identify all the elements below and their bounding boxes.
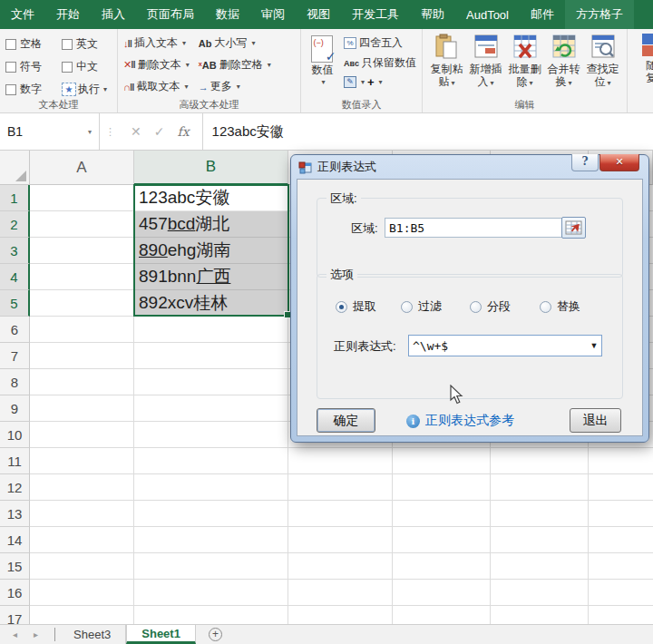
- excel-window: 文件 开始 插入 页面布局 数据 审阅 视图 开发工具 帮助 AudTool 邮…: [0, 0, 653, 644]
- case-icon: Ab: [199, 38, 212, 49]
- sheet-tab-sheet3[interactable]: Sheet3: [59, 625, 126, 644]
- exit-button[interactable]: 退出: [570, 408, 621, 433]
- cell-b4[interactable]: 891bnn广西: [134, 264, 288, 290]
- find-locate-icon: [590, 34, 616, 61]
- row-header[interactable]: 11: [0, 448, 30, 474]
- row-header[interactable]: 10: [0, 422, 30, 448]
- execute-button[interactable]: ★ 执行 ▾: [62, 82, 114, 97]
- radio-filter[interactable]: 过滤: [401, 298, 442, 315]
- cancel-entry-icon[interactable]: ✕: [131, 124, 141, 139]
- next-sheet-icon[interactable]: ▸: [34, 629, 38, 639]
- row-header[interactable]: 17: [0, 606, 30, 624]
- tab-data[interactable]: 数据: [205, 0, 250, 29]
- checkbox-space[interactable]: 空格: [5, 36, 62, 52]
- chevron-down-icon: ▾: [268, 61, 271, 69]
- keep-numbers-button[interactable]: Aʙᴄ 只保留数值: [344, 55, 416, 71]
- regex-reference-link[interactable]: 正则表达式参考: [425, 413, 514, 429]
- insert-new-button[interactable]: 新增插 入▾: [467, 34, 504, 90]
- chevron-down-icon: ▾: [379, 78, 383, 86]
- dialog-help-button[interactable]: ?: [571, 154, 599, 171]
- range-picker-button[interactable]: [561, 217, 586, 239]
- extract-text-button[interactable]: ∩‖ 截取文本 ▾: [123, 79, 190, 94]
- tab-page-layout[interactable]: 页面布局: [136, 0, 205, 29]
- tab-view[interactable]: 视图: [296, 0, 341, 29]
- delete-spaces-button[interactable]: ˣAB 删除空格 ▾: [199, 57, 271, 73]
- row-header[interactable]: 1: [0, 185, 30, 211]
- row-header[interactable]: 14: [0, 527, 30, 553]
- regex-combobox[interactable]: ▼: [408, 335, 602, 356]
- formula-input[interactable]: 123abc安徽: [203, 123, 284, 141]
- checkbox-digit[interactable]: 数字: [5, 82, 62, 97]
- radio-extract[interactable]: 提取: [336, 298, 376, 315]
- row-header[interactable]: 3: [0, 238, 30, 264]
- tab-developer[interactable]: 开发工具: [341, 0, 410, 29]
- copy-paste-button[interactable]: 复制粘 贴▾: [428, 34, 465, 90]
- random-repeat-button[interactable]: 随 复: [633, 34, 653, 84]
- cell-b3[interactable]: 890ehg湖南: [134, 238, 288, 264]
- chevron-down-icon: ▾: [182, 39, 186, 47]
- row-header[interactable]: 13: [0, 501, 30, 527]
- add-sheet-button[interactable]: +: [196, 625, 235, 644]
- row-header[interactable]: 2: [0, 211, 30, 238]
- radio-segment[interactable]: 分段: [470, 298, 511, 315]
- plus-icon[interactable]: +: [367, 75, 375, 89]
- tab-home[interactable]: 开始: [45, 0, 91, 29]
- batch-delete-icon: [512, 34, 538, 61]
- numeric-value-button[interactable]: (−)✓ 数值 ▾: [307, 34, 338, 89]
- tab-insert[interactable]: 插入: [91, 0, 136, 29]
- row-header[interactable]: 4: [0, 264, 30, 290]
- row-header[interactable]: 5: [0, 290, 30, 317]
- tab-ffcell[interactable]: 方方格子: [565, 0, 634, 29]
- row-header[interactable]: 6: [0, 317, 30, 343]
- column-header-a[interactable]: A: [30, 151, 134, 185]
- select-all-corner[interactable]: [0, 151, 30, 185]
- insert-function-button[interactable]: fx: [177, 124, 189, 139]
- row-header[interactable]: 16: [0, 580, 30, 606]
- formula-bar-handle[interactable]: ⋮: [100, 126, 122, 138]
- tab-help[interactable]: 帮助: [410, 0, 455, 29]
- row-header[interactable]: 9: [0, 395, 30, 422]
- change-case-button[interactable]: Ab 大小写 ▾: [199, 35, 271, 51]
- round-button[interactable]: % 四舍五入: [344, 35, 416, 51]
- ok-button[interactable]: 确定: [317, 408, 375, 433]
- find-locate-button[interactable]: 查找定 位▾: [584, 34, 621, 90]
- table-edit-icon[interactable]: ✎: [344, 76, 356, 88]
- batch-delete-button[interactable]: 批量删 除▾: [506, 34, 543, 90]
- cell-b2[interactable]: 457bcd湖北: [134, 211, 288, 238]
- radio-replace[interactable]: 替换: [540, 298, 580, 315]
- checkbox-english[interactable]: 英文: [62, 36, 114, 52]
- insert-text-icon: ↓‖: [123, 38, 132, 49]
- cell-b5[interactable]: 892xcv桂林: [134, 290, 288, 317]
- row-header[interactable]: 15: [0, 553, 30, 580]
- dialog-close-button[interactable]: ✕: [599, 154, 639, 171]
- extract-text-icon: ∩‖: [123, 82, 133, 93]
- dialog-title: 正则表达式: [317, 159, 376, 175]
- tab-mail[interactable]: 邮件: [520, 0, 565, 29]
- insert-text-button[interactable]: ↓‖ 插入文本 ▾: [123, 35, 190, 51]
- checkbox-chinese[interactable]: 中文: [62, 59, 114, 74]
- regex-input[interactable]: [409, 336, 587, 356]
- checkbox-symbol[interactable]: 符号: [5, 59, 62, 74]
- column-header-b[interactable]: B: [134, 151, 288, 185]
- row-header[interactable]: 7: [0, 343, 30, 369]
- chevron-down-icon[interactable]: ▼: [587, 341, 601, 350]
- more-button[interactable]: → 更多 ▾: [199, 79, 271, 94]
- tab-file[interactable]: 文件: [0, 0, 45, 29]
- delete-text-button[interactable]: ✕‖ 删除文本 ▾: [123, 57, 190, 73]
- chevron-down-icon: ▾: [321, 78, 325, 86]
- chevron-down-icon: ▾: [529, 79, 532, 87]
- tab-audtool[interactable]: AudTool: [455, 0, 520, 29]
- radio-selected-icon: [336, 301, 347, 313]
- sheet-tab-sheet1[interactable]: Sheet1: [126, 625, 196, 644]
- region-input[interactable]: [385, 218, 579, 238]
- merge-convert-button[interactable]: 合并转 换▾: [545, 34, 582, 90]
- cell-b1[interactable]: 123abc安徽: [134, 185, 288, 211]
- row-header[interactable]: 12: [0, 474, 30, 501]
- button-label-line2: 贴▾: [438, 75, 454, 90]
- confirm-entry-icon[interactable]: ✓: [154, 124, 165, 139]
- prev-sheet-icon[interactable]: ◂: [13, 629, 17, 639]
- row-header[interactable]: 8: [0, 369, 30, 395]
- button-label-line2: 入▾: [477, 75, 493, 90]
- tab-review[interactable]: 审阅: [250, 0, 296, 29]
- name-box[interactable]: B1 ▾: [0, 113, 100, 150]
